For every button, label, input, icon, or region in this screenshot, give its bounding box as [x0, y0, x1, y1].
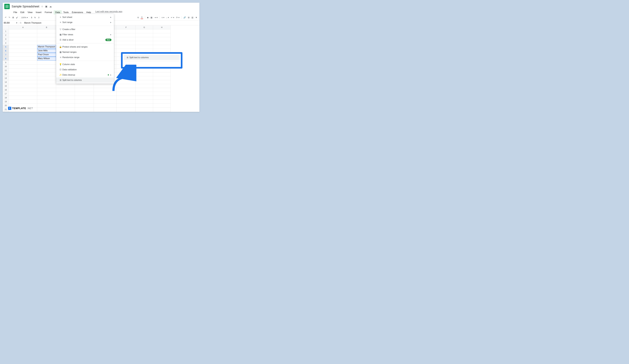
- cell[interactable]: [136, 80, 153, 84]
- sheets-logo[interactable]: [4, 4, 10, 9]
- cell[interactable]: [153, 29, 170, 33]
- print-button[interactable]: 🖶: [11, 16, 15, 19]
- cell[interactable]: [94, 112, 117, 112]
- cell[interactable]: [9, 65, 37, 68]
- cell[interactable]: [153, 41, 170, 45]
- cell[interactable]: [37, 104, 56, 108]
- menu-view[interactable]: View: [26, 10, 34, 14]
- cell[interactable]: [153, 88, 170, 92]
- cell[interactable]: [9, 76, 37, 80]
- cell[interactable]: [9, 49, 37, 53]
- menu-add-slicer[interactable]: ☰Add a slicerNew: [56, 37, 114, 42]
- cell[interactable]: [56, 108, 75, 112]
- filter-button[interactable]: ▼: [194, 16, 198, 19]
- wrap-button[interactable]: ↵ ▾: [170, 16, 175, 19]
- cell[interactable]: [94, 104, 117, 108]
- menu-edit[interactable]: Edit: [19, 10, 26, 14]
- cell[interactable]: [117, 112, 136, 112]
- cell[interactable]: [153, 33, 170, 37]
- cell[interactable]: [136, 68, 153, 72]
- row-header[interactable]: 13: [3, 76, 9, 80]
- cell[interactable]: [9, 96, 37, 100]
- cell[interactable]: [37, 37, 56, 41]
- row-header[interactable]: 6: [3, 49, 9, 53]
- cell[interactable]: [136, 41, 153, 45]
- cell[interactable]: [153, 76, 170, 80]
- menu-sort-range[interactable]: ≡Sort range▶: [56, 20, 114, 25]
- cell[interactable]: [136, 84, 153, 88]
- cell[interactable]: [153, 80, 170, 84]
- column-header[interactable]: B: [37, 25, 56, 29]
- menu-insert[interactable]: Insert: [34, 10, 43, 14]
- menu-create-filter[interactable]: ▽Create a filter: [56, 27, 114, 32]
- row-header[interactable]: 4: [3, 41, 9, 45]
- cell[interactable]: [136, 108, 153, 112]
- cell[interactable]: [9, 33, 37, 37]
- row-header[interactable]: 2: [3, 33, 9, 37]
- cell[interactable]: [136, 33, 153, 37]
- cell[interactable]: [9, 72, 37, 76]
- row-header[interactable]: 16: [3, 88, 9, 92]
- cell[interactable]: [136, 88, 153, 92]
- cell[interactable]: [9, 84, 37, 88]
- cell[interactable]: [9, 100, 37, 104]
- cell[interactable]: [136, 96, 153, 100]
- rotate-button[interactable]: ⟳ ▾: [175, 16, 180, 19]
- cell[interactable]: [37, 65, 56, 68]
- cell[interactable]: [75, 100, 94, 104]
- cell[interactable]: [153, 37, 170, 41]
- cell[interactable]: [94, 100, 117, 104]
- cell[interactable]: [37, 61, 56, 65]
- cell[interactable]: [136, 45, 153, 49]
- cell[interactable]: Jane Mills: [37, 49, 56, 53]
- cell[interactable]: [9, 112, 37, 112]
- cell[interactable]: [117, 100, 136, 104]
- cell[interactable]: [94, 108, 117, 112]
- cell[interactable]: [117, 29, 136, 33]
- cell[interactable]: [9, 68, 37, 72]
- cell[interactable]: [136, 76, 153, 80]
- formula-input[interactable]: Marvin Thompson: [23, 22, 41, 24]
- menu-named-ranges[interactable]: ▦Named ranges: [56, 49, 114, 55]
- cell[interactable]: [37, 88, 56, 92]
- cell[interactable]: [117, 33, 136, 37]
- name-box-arrow[interactable]: ▾: [16, 21, 18, 24]
- cell[interactable]: [56, 104, 75, 108]
- text-color-button[interactable]: A: [140, 15, 144, 19]
- insert-link-button[interactable]: 🔗: [182, 16, 187, 19]
- cell[interactable]: [37, 100, 56, 104]
- document-title[interactable]: Sample Spreadsheet: [11, 5, 39, 8]
- cell[interactable]: [9, 29, 37, 33]
- cloud-icon[interactable]: ☁: [49, 5, 52, 8]
- decimal-button[interactable]: .0: [37, 16, 40, 19]
- cell[interactable]: [153, 92, 170, 96]
- row-header[interactable]: 22: [3, 112, 9, 112]
- column-header[interactable]: G: [136, 25, 153, 29]
- cell[interactable]: [9, 57, 37, 61]
- row-header[interactable]: 1: [3, 29, 9, 33]
- row-header[interactable]: 19: [3, 100, 9, 104]
- row-header[interactable]: 14: [3, 80, 9, 84]
- cell[interactable]: [153, 104, 170, 108]
- cell[interactable]: [9, 61, 37, 65]
- select-all-corner[interactable]: [3, 25, 9, 29]
- cell[interactable]: [117, 45, 136, 49]
- cell[interactable]: [136, 92, 153, 96]
- cell[interactable]: [75, 104, 94, 108]
- cell[interactable]: [117, 104, 136, 108]
- cell[interactable]: [153, 96, 170, 100]
- menu-column-stats[interactable]: 💡Column stats: [56, 62, 114, 67]
- cell[interactable]: [56, 84, 75, 88]
- cell[interactable]: [75, 96, 94, 100]
- menu-data-cleanup[interactable]: ✨Data cleanup▶: [56, 72, 114, 77]
- cell[interactable]: [153, 45, 170, 49]
- strikethrough-button[interactable]: S: [137, 16, 140, 19]
- cell[interactable]: Marvin Thompson: [37, 45, 56, 49]
- cell[interactable]: [9, 37, 37, 41]
- cell[interactable]: [117, 96, 136, 100]
- move-icon[interactable]: ▣: [45, 5, 47, 8]
- row-header[interactable]: 11: [3, 68, 9, 72]
- cell[interactable]: [9, 88, 37, 92]
- insert-chart-button[interactable]: ▥: [191, 16, 194, 19]
- cell[interactable]: [9, 92, 37, 96]
